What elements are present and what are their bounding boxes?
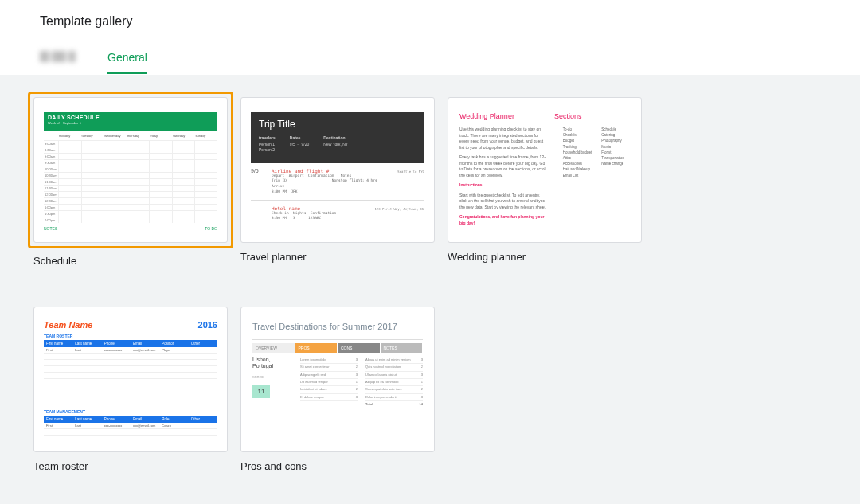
tab-workspace[interactable]	[40, 51, 84, 74]
page-title: Template gallery	[40, 14, 820, 29]
template-grid: DAILY SCHEDULE Week of September 1 monda…	[33, 97, 827, 499]
proscons-city: Lisbon, Portugal	[252, 357, 292, 370]
template-card-wedding-planner[interactable]: Wedding Planner Sections Use this weddin…	[448, 97, 642, 294]
tab-blurred-label	[40, 51, 84, 63]
header: Template gallery General	[0, 0, 860, 75]
trip-title: Trip Title	[259, 119, 416, 130]
template-label: Travel planner	[240, 251, 435, 263]
schedule-title: DAILY SCHEDULE	[48, 115, 213, 120]
template-thumb: Travel Destinations for Summer 2017 OVER…	[240, 307, 435, 452]
roster-section-1: TEAM ROSTER	[44, 334, 217, 338]
template-label: Wedding planner	[448, 251, 642, 263]
template-card-schedule[interactable]: DAILY SCHEDULE Week of September 1 monda…	[33, 97, 228, 294]
template-thumb: DAILY SCHEDULE Week of September 1 monda…	[33, 97, 228, 243]
tabs: General	[40, 51, 820, 75]
tab-general[interactable]: General	[108, 51, 147, 74]
template-label: Pros and cons	[240, 460, 435, 472]
template-card-pros-and-cons[interactable]: Travel Destinations for Summer 2017 OVER…	[240, 307, 435, 499]
template-card-travel-planner[interactable]: Trip Title travelersPerson 1Person 2 Dat…	[240, 97, 435, 294]
roster-team-name: Team Name	[44, 320, 92, 330]
trip-section-hotel: Hotel name	[272, 205, 300, 211]
roster-year: 2016	[198, 320, 217, 330]
template-label: Team roster	[33, 460, 228, 472]
wedding-sections: Sections	[554, 112, 582, 120]
template-thumb: Team Name 2016 TEAM ROSTER First nameLas…	[33, 307, 228, 452]
template-thumb: Wedding Planner Sections Use this weddin…	[448, 97, 642, 243]
wedding-title: Wedding Planner	[459, 112, 514, 120]
template-thumb: Trip Title travelersPerson 1Person 2 Dat…	[240, 97, 435, 243]
trip-date: 9/5	[251, 168, 272, 195]
proscons-score: 11	[252, 385, 270, 398]
proscons-title: Travel Destinations for Summer 2017	[252, 322, 423, 333]
roster-section-2: TEAM MANAGEMENT	[44, 409, 217, 414]
template-label: Schedule	[33, 255, 228, 267]
template-card-team-roster[interactable]: Team Name 2016 TEAM ROSTER First nameLas…	[33, 307, 228, 499]
template-gallery: DAILY SCHEDULE Week of September 1 monda…	[0, 75, 860, 504]
trip-section-airline: Airline and flight #	[272, 168, 329, 174]
